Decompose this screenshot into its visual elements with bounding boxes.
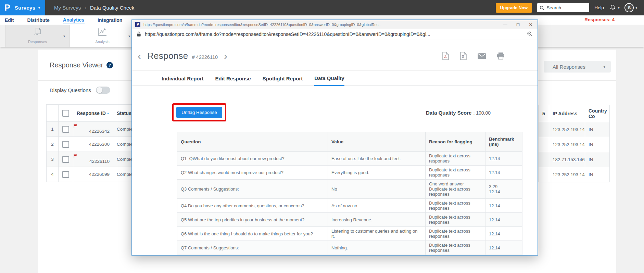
response-id-header[interactable]: Response ID xyxy=(77,110,106,116)
chevron-down-icon: ▾ xyxy=(618,6,620,10)
reason-cell: Duplicate text across responses xyxy=(426,166,485,180)
nav-item-analytics[interactable]: Analytics xyxy=(63,16,85,24)
email-icon[interactable] xyxy=(478,53,486,59)
next-response-icon[interactable]: › xyxy=(223,51,229,61)
reason-cell: Duplicate text across responses xyxy=(426,199,485,213)
maximize-icon[interactable]: □ xyxy=(517,22,519,27)
product-switcher[interactable]: P Surveys ▾ xyxy=(0,0,45,15)
chevron-down-icon: ▾ xyxy=(38,6,40,10)
row-checkbox[interactable] xyxy=(62,156,69,163)
value-cell: Ease of use. Like the look and feel. xyxy=(328,152,426,166)
excel-export-icon[interactable]: X xyxy=(460,52,467,60)
tab-individual-report[interactable]: Individual Report xyxy=(162,76,204,86)
ip-address-header[interactable]: IP Address xyxy=(549,105,585,122)
table-row: 123.252.193.148 IN xyxy=(539,122,610,137)
window-title-url: https://questionpro.com/a/frame.do?mode=… xyxy=(143,23,498,27)
ip-cell: 123.252.193.148 xyxy=(549,122,585,137)
nav-item-edit[interactable]: Edit xyxy=(4,16,14,24)
breadcrumb-current: Data Quality Check xyxy=(90,5,134,11)
ip-cell: 182.71.153.146 xyxy=(549,152,585,167)
address-url[interactable]: https://questionpro.com/a/frame.do?mode=… xyxy=(145,31,527,37)
nav-item-integration[interactable]: Integration xyxy=(97,16,123,24)
reason-cell: Duplicate text across responses xyxy=(426,241,485,255)
value-cell: Increasing Revenue. xyxy=(328,213,426,227)
notifications-menu[interactable]: ▾ xyxy=(609,4,620,11)
country-cell: IN xyxy=(585,122,610,137)
question-cell: Q2 What changes would most improve our p… xyxy=(177,166,328,180)
benchmark-cell: 12.14 xyxy=(485,199,522,213)
question-cell: Q4 Do you have any other comments, quest… xyxy=(177,199,328,213)
zoom-out-icon[interactable] xyxy=(527,31,533,37)
reason-cell: Duplicate text across responses xyxy=(426,213,485,227)
display-questions-label: Display Questions xyxy=(50,87,91,93)
value-cell: Listening to customer queries and acting… xyxy=(328,227,426,241)
row-checkbox[interactable] xyxy=(62,141,69,148)
country-code-header[interactable]: Country Co xyxy=(585,105,610,122)
truncated-column-header: 5 xyxy=(539,105,549,122)
help-link[interactable]: Help xyxy=(594,5,604,10)
chevron-down-icon[interactable]: ▾ xyxy=(128,34,130,38)
select-all-checkbox[interactable] xyxy=(62,110,69,117)
score-label: Data Quality Score xyxy=(426,110,471,116)
chevron-down-icon: ▾ xyxy=(635,6,637,10)
pdf-export-icon[interactable] xyxy=(442,52,449,60)
filter-selected-value: All Responses xyxy=(553,64,585,70)
account-menu[interactable]: S ▾ xyxy=(624,3,637,12)
country-cell: IN xyxy=(585,152,610,167)
search-input[interactable] xyxy=(546,5,584,10)
minimize-icon[interactable]: — xyxy=(503,23,507,27)
value-header: Value xyxy=(328,132,426,152)
table-row: Q6 What is the one thing I should do to … xyxy=(177,227,522,241)
benchmark-cell: 12.14 xyxy=(485,241,522,255)
response-id-link[interactable]: 42226300 xyxy=(73,137,113,152)
previous-response-icon[interactable]: ‹ xyxy=(136,51,142,61)
breadcrumb-separator-icon: › xyxy=(85,5,86,11)
toolbar-tab-responses[interactable]: Responses ▾ xyxy=(5,25,70,47)
responses-grid-left: Response ID ▲ Status 1 42226342 Comple xyxy=(46,104,135,182)
tab-spotlight-report[interactable]: Spotlight Report xyxy=(263,76,303,86)
tab-data-quality[interactable]: Data Quality xyxy=(314,75,344,86)
close-icon[interactable]: ✕ xyxy=(529,22,533,27)
response-filter-dropdown[interactable]: All Responses ▾ xyxy=(544,61,611,73)
response-id: # 42226110 xyxy=(192,54,218,60)
flag-icon xyxy=(73,154,110,159)
toolbar-tab-analysis[interactable]: Analysis ▾ xyxy=(70,25,135,47)
response-id-link[interactable]: 42226342 xyxy=(73,122,113,137)
reason-cell: Duplicate text across responses xyxy=(426,227,485,241)
table-row: Q5 What are the top priorities in your b… xyxy=(177,213,522,227)
svg-text:X: X xyxy=(462,55,464,58)
toolbar-tab-label: Analysis xyxy=(70,40,135,44)
product-label: Surveys xyxy=(15,5,35,11)
global-search[interactable] xyxy=(537,3,589,12)
row-checkbox[interactable] xyxy=(62,126,69,133)
avatar: S xyxy=(624,3,634,12)
data-quality-score: Data Quality Score : 100.00 xyxy=(426,110,491,116)
sort-asc-icon[interactable]: ▲ xyxy=(106,112,110,115)
help-icon[interactable]: ? xyxy=(106,62,113,68)
table-row: Q2 What changes would most improve our p… xyxy=(177,166,522,180)
red-highlight-annotation: Unflag Response xyxy=(172,103,226,121)
display-questions-toggle[interactable] xyxy=(96,87,110,94)
question-cell: Q6 What is the one thing I should do to … xyxy=(177,227,328,241)
chevron-down-icon[interactable]: ▾ xyxy=(63,34,65,38)
reason-header: Reason for flagging xyxy=(426,132,485,152)
table-row: 1 42226342 Comple xyxy=(47,122,136,137)
row-checkbox[interactable] xyxy=(62,171,69,178)
upgrade-now-button[interactable]: Upgrade Now xyxy=(496,3,532,13)
chevron-down-icon: ▾ xyxy=(603,65,605,69)
nav-item-distribute[interactable]: Distribute xyxy=(27,16,50,24)
row-number: 1 xyxy=(47,122,59,137)
ip-cell: 123.252.193.148 xyxy=(549,137,585,152)
topbar-right: Upgrade Now Help ▾ S ▾ xyxy=(496,3,644,13)
response-id-link[interactable]: 42226110 xyxy=(73,152,113,167)
benchmark-cell: 12.14 xyxy=(485,213,522,227)
response-id-link[interactable]: 42226099 xyxy=(73,167,113,182)
print-icon[interactable] xyxy=(497,52,505,60)
unflag-response-button[interactable]: Unflag Response xyxy=(176,107,222,118)
breadcrumb-my-surveys[interactable]: My Surveys xyxy=(54,5,81,11)
tab-edit-response[interactable]: Edit Response xyxy=(215,76,251,86)
row-number: 4 xyxy=(47,167,59,182)
table-row: 4 42226099 Comple xyxy=(47,167,136,182)
benchmark-cell: 12.14 xyxy=(485,227,522,241)
table-row: 3 42226110 Comple xyxy=(47,152,136,167)
